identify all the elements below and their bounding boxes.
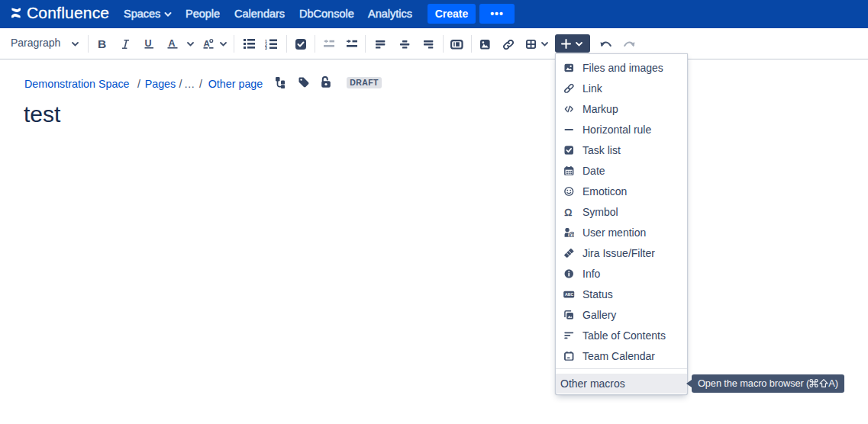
svg-text:B: B	[98, 40, 106, 49]
svg-text:@: @	[568, 231, 573, 237]
svg-text:A: A	[204, 39, 210, 48]
svg-text:3: 3	[265, 46, 267, 50]
svg-text:ABC: ABC	[565, 292, 573, 297]
svg-text:Ω: Ω	[564, 207, 572, 217]
